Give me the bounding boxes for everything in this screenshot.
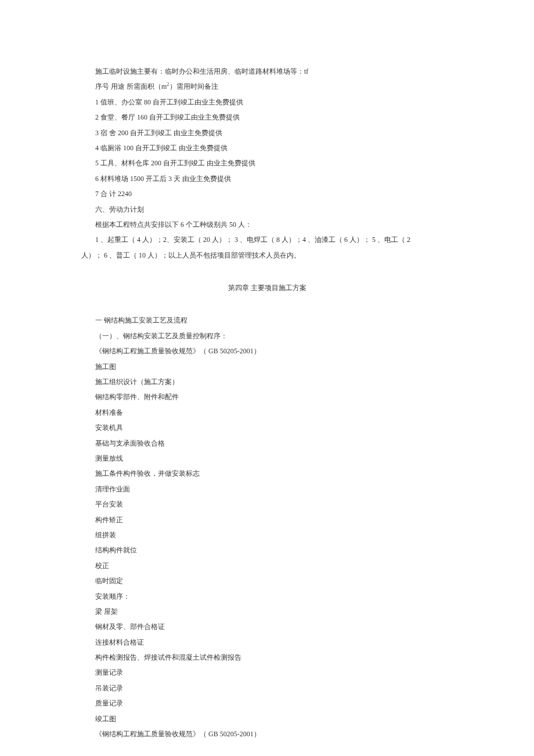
process-item: 施工条件构件验收，并做安装标志 — [81, 466, 453, 481]
chapter-title: 第四章 主要项目施工方案 — [81, 280, 453, 295]
workers-line-2: 人）； 6 、普工（ 10 人）；以上人员不包括项目部管理技术人员在内。 — [81, 248, 453, 263]
process-item: 安装机具 — [81, 420, 453, 435]
process-item: 测量记录 — [81, 665, 453, 680]
process-item: 清理作业面 — [81, 482, 453, 497]
process-item: 平台安装 — [81, 497, 453, 512]
workers-line-1: 1 、起重工（ 4 人）；2、安装工（ 20 人）； 3 、电焊工（ 8 人）；… — [81, 232, 453, 247]
th-area: 所需面积（m2） — [127, 82, 176, 91]
process-item: 施工图 — [81, 359, 453, 374]
process-item: 《钢结构工程施工质量验收规范》（ GB 50205-2001） — [81, 726, 453, 741]
th-time: 需用时间备注 — [176, 82, 218, 91]
process-item: 结构构件就位 — [81, 542, 453, 558]
table-header: 序号 用途 所需面积（m2）需用时间备注 — [81, 79, 453, 94]
process-item: 组拼装 — [81, 527, 453, 542]
s1-title: 一 钢结构施工安装工艺及流程 — [81, 313, 453, 328]
process-item: 材料准备 — [81, 405, 453, 420]
process-item: 施工组织设计（施工方案） — [81, 374, 453, 389]
process-item: 质量记录 — [81, 696, 453, 711]
process-item: 校正 — [81, 558, 453, 573]
process-item: 钢结构零部件、附件和配件 — [81, 389, 453, 404]
table-row: 5 工具、材料仓库 200 自开工到竣工 由业主免费提供 — [81, 155, 453, 171]
table-row: 2 食堂、餐厅 160 自开工到竣工由业主免费提供 — [81, 110, 453, 125]
th-seq: 序号 — [95, 82, 109, 91]
table-row: 1 值班、办公室 80 自开工到竣工由业主免费提供 — [81, 95, 453, 110]
process-item: 构件矫正 — [81, 512, 453, 527]
process-item: 钢材及零、部件合格证 — [81, 619, 453, 634]
intro-text: 施工临时设施主要有：临时办公和生活用房、临时道路材料堆场等：tf — [81, 64, 453, 79]
section-body: 根据本工程特点共安排以下 6 个工种级别共 50 人： — [81, 217, 453, 232]
process-item: 临时固定 — [81, 573, 453, 588]
th-use: 用途 — [111, 82, 127, 91]
process-item: 基础与支承面验收合格 — [81, 436, 453, 451]
process-item: 连接材料合格证 — [81, 635, 453, 650]
process-item: 安装顺序： — [81, 589, 453, 604]
process-item: 构件检测报告、焊接试件和混凝土试件检测报告 — [81, 650, 453, 665]
table-row: 7 合 计 2240 — [81, 186, 453, 201]
process-item: 测量放线 — [81, 451, 453, 466]
process-item: 《钢结构工程施工质量验收规范》（ GB 50205-2001） — [81, 343, 453, 359]
s1-subtitle: （一）、钢结构安装工艺及质量控制程序： — [81, 328, 453, 343]
table-row: 3 宿 舍 200 自开工到竣工 由业主免费提供 — [81, 125, 453, 140]
process-item: 吊装记录 — [81, 681, 453, 696]
process-item: 梁 屋架 — [81, 604, 453, 619]
process-item: 竣工图 — [81, 711, 453, 726]
section-title: 六、劳动力计划 — [81, 202, 453, 217]
table-row: 4 临厕浴 100 自开工到竣工 由业主免费提供 — [81, 140, 453, 155]
table-row: 6 材料堆场 1500 开工后 3 天 由业主免费提供 — [81, 171, 453, 186]
